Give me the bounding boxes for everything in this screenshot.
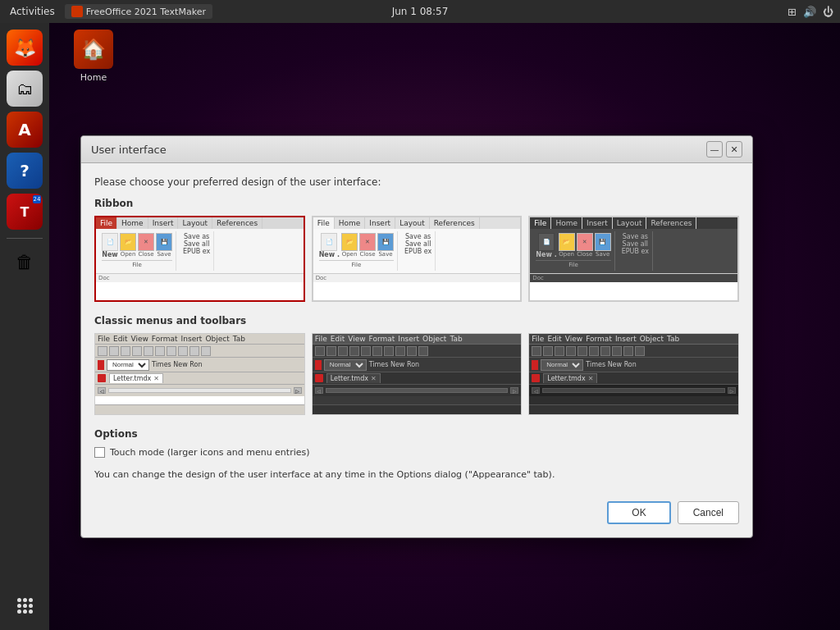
classic-preview-1[interactable]: File Edit View Format Insert Object Tab [94, 333, 305, 415]
ribbon3-tab-layout: Layout [613, 217, 647, 229]
classic3-format-bar: Normal Times New Ron [529, 358, 738, 372]
volume-icon[interactable]: 🔊 [803, 6, 816, 18]
sidebar-icon-help[interactable]: ? [7, 153, 43, 189]
apps-grid-icon [17, 598, 33, 614]
network-icon[interactable]: ⊞ [788, 6, 797, 18]
classic2-status-bar [313, 404, 522, 414]
classic3-tool-9 [623, 346, 633, 356]
classic3-doc-tab-close[interactable]: ✕ [588, 375, 594, 382]
classic3-format-icon [532, 360, 538, 370]
classic1-tool-2 [109, 346, 119, 356]
ribbon1-tabs: File Home Insert Layout References [96, 217, 304, 229]
sidebar-icon-firefox[interactable]: 🦊 [7, 30, 43, 66]
activities-button[interactable]: Activities [7, 4, 58, 19]
classic3-tool-1 [532, 346, 541, 356]
sidebar-icon-trash[interactable]: 🗑 [7, 244, 43, 280]
classic3-menu-edit: Edit [547, 335, 561, 343]
classic3-tab-icon [532, 374, 540, 382]
dialog-footer: OK Cancel [81, 495, 752, 537]
classic1-doc-tab-label: Letter.tmdx [113, 375, 151, 382]
classic2-font-label: Times New Ron [369, 361, 419, 368]
classic-section-label: Classic menus and toolbars [94, 315, 739, 326]
ribbon1-tab-file: File [96, 217, 117, 229]
app-tab[interactable]: FreeOffice 2021 TextMaker [65, 4, 212, 19]
ribbon1-tab-home: Home [117, 217, 148, 229]
classic3-ruler-right: ▷ [728, 387, 736, 394]
ribbon3-new-label: New . [536, 251, 556, 258]
classic1-style-select[interactable]: Normal [107, 359, 149, 371]
app-tab-label: FreeOffice 2021 TextMaker [86, 7, 206, 17]
ribbon3-icons: 📄 New . 📂 Open ✕ Close [536, 233, 610, 258]
classic1-menu-tab: Tab [233, 335, 245, 343]
classic1-doc-tab-close[interactable]: ✕ [153, 375, 159, 382]
classic3-font-label: Times New Ron [586, 361, 636, 368]
sidebar-icon-textmaker[interactable]: T 24 [7, 194, 43, 230]
sidebar-divider [7, 238, 43, 239]
ribbon2-file-group-label: File [319, 260, 394, 268]
ribbon-preview-2[interactable]: File Home Insert Layout References 📄 New… [312, 216, 523, 302]
ribbon2-content: 📄 New . 📂 Open ✕ Close [313, 229, 521, 274]
touch-mode-checkbox[interactable] [94, 447, 105, 458]
classic2-menu-object: Object [422, 335, 446, 343]
ribbon3-save-label: Save [596, 251, 609, 258]
classic3-style-select[interactable]: Normal [541, 359, 583, 371]
home-folder-label: Home [74, 72, 113, 83]
topbar-datetime: Jun 1 08:57 [392, 6, 449, 17]
classic2-tool-6 [372, 346, 382, 356]
classic1-menu-object: Object [205, 335, 229, 343]
classic2-tab-icon [315, 374, 323, 382]
ribbon-section-label: Ribbon [94, 198, 739, 209]
ribbon2-tab-layout: Layout [395, 217, 430, 229]
ribbon3-tab-insert: Insert [582, 217, 613, 229]
classic2-doc-tab[interactable]: Letter.tmdx ✕ [326, 373, 381, 383]
ribbon-preview-3[interactable]: File Home Insert Layout References 📄 New… [528, 216, 739, 302]
dialog-minimize-button[interactable]: — [706, 141, 723, 158]
ribbon1-open-label: Open [121, 251, 136, 258]
classic1-tab-icon [98, 374, 106, 382]
classic-section: Classic menus and toolbars File Edit Vie… [94, 315, 739, 415]
classic2-doc-tab-close[interactable]: ✕ [371, 375, 377, 382]
classic1-menu-file: File [98, 335, 110, 343]
ribbon1-close-label: Close [138, 251, 153, 258]
ribbon1-group-doc: Save as Save all EPUB ex [180, 231, 214, 271]
sidebar-icon-files[interactable]: 🗂 [7, 71, 43, 107]
classic3-doc-tab[interactable]: Letter.tmdx ✕ [543, 373, 597, 383]
classic3-menubar: File Edit View Format Insert Object Tab [529, 334, 738, 345]
ribbon3-tab-home: Home [551, 217, 582, 229]
ribbon3-bottom: Doc [530, 274, 737, 282]
classic1-doc-tab[interactable]: Letter.tmdx ✕ [109, 373, 163, 383]
power-icon[interactable]: ⏻ [823, 6, 833, 18]
ribbon2-close-label: Close [359, 251, 375, 258]
ribbon2-tab-file: File [313, 217, 335, 229]
classic-preview-3[interactable]: File Edit View Format Insert Object Tab [528, 333, 739, 415]
classic2-tool-8 [395, 346, 405, 356]
classic3-doc-tab-label: Letter.tmdx [547, 375, 585, 382]
desktop-home-icon[interactable]: 🏠 Home [74, 30, 113, 83]
classic3-menu-format: Format [586, 335, 612, 343]
classic2-menu-insert: Insert [398, 335, 419, 343]
classic1-menubar: File Edit View Format Insert Object Tab [95, 334, 304, 345]
classic3-tool-2 [543, 346, 553, 356]
ribbon2-tab-references: References [430, 217, 480, 229]
classic2-tool-10 [418, 346, 428, 356]
classic2-style-select[interactable]: Normal [324, 359, 367, 371]
sidebar-apps-button[interactable] [7, 587, 43, 623]
classic2-tool-1 [315, 346, 325, 356]
ribbon1-tab-insert: Insert [148, 217, 179, 229]
classic1-status-bar [95, 404, 304, 414]
classic3-menu-insert: Insert [615, 335, 637, 343]
classic-previews-row: File Edit View Format Insert Object Tab [94, 333, 739, 415]
classic3-ruler: ◁ ▷ [529, 385, 738, 396]
dialog-close-button[interactable]: ✕ [726, 141, 742, 158]
classic1-toolbar [95, 345, 304, 358]
cancel-button[interactable]: Cancel [678, 501, 739, 524]
classic1-tool-5 [144, 346, 153, 356]
ribbon-preview-1[interactable]: File Home Insert Layout References 📄 New [94, 216, 305, 302]
sidebar: 🦊 🗂 A ? T 24 🗑 [0, 23, 49, 630]
classic1-ruler-bar [108, 388, 291, 393]
ok-button[interactable]: OK [607, 501, 670, 524]
classic1-format-bar: Normal Times New Ron [95, 358, 304, 372]
classic-preview-2[interactable]: File Edit View Format Insert Object Tab [312, 333, 523, 415]
ribbon-section: Ribbon File Home Insert Layout Reference… [94, 198, 739, 302]
sidebar-icon-appstore[interactable]: A [7, 112, 43, 148]
